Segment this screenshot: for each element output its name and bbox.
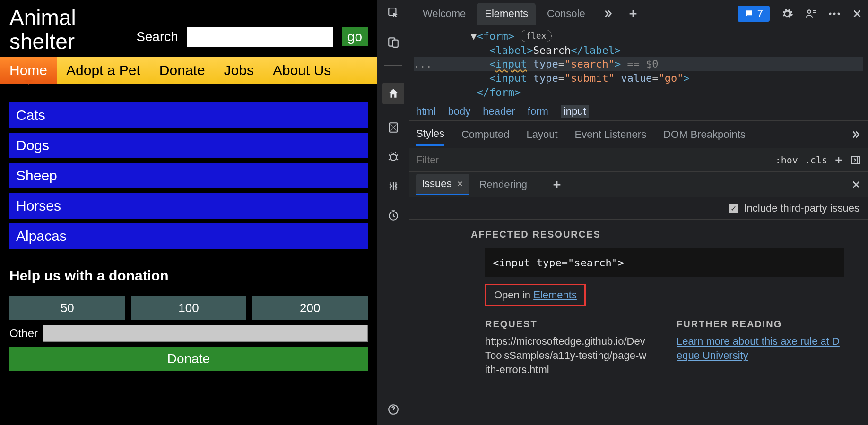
site-title: Animal shelter xyxy=(9,6,104,53)
request-column: REQUEST https://microsoftedge.github.io/… xyxy=(485,319,648,376)
close-icon[interactable] xyxy=(852,8,862,19)
settings-icon[interactable] xyxy=(781,8,793,20)
donation-section: Help us with a donation 50 100 200 Other… xyxy=(0,254,377,371)
styles-subtabs: Styles Computed Layout Event Listeners D… xyxy=(409,121,868,148)
drawer-tab-label: Issues xyxy=(422,178,452,190)
animal-list: Cats Dogs Sheep Horses Alpacas xyxy=(0,84,377,254)
affected-code-snippet[interactable]: <input type="search"> xyxy=(485,248,844,277)
close-tab-icon[interactable] xyxy=(457,180,463,187)
drawer-tab-issues[interactable]: Issues xyxy=(416,174,469,195)
nav-jobs[interactable]: Jobs xyxy=(215,57,263,84)
dom-breadcrumb: html body header form input xyxy=(409,102,868,121)
crumb-item[interactable]: body xyxy=(448,105,471,118)
nav-home[interactable]: Home xyxy=(0,57,57,84)
issues-count: 7 xyxy=(757,8,763,20)
flex-badge[interactable]: flex xyxy=(521,30,551,42)
performance-tool-icon[interactable] xyxy=(387,209,399,221)
other-amount-input[interactable] xyxy=(43,325,368,342)
third-party-label: Include third-party issues xyxy=(744,202,859,214)
amount-option[interactable]: 100 xyxy=(131,296,247,320)
list-item[interactable]: Dogs xyxy=(9,133,368,158)
devtools-main: Welcome Elements Console 7 xyxy=(409,0,868,425)
tab-console[interactable]: Console xyxy=(539,3,593,25)
drawer-tabs: Issues Rendering xyxy=(409,172,868,197)
open-in-elements-link[interactable]: Elements xyxy=(533,289,577,301)
crumb-item[interactable]: input xyxy=(561,105,589,118)
crumb-item[interactable]: header xyxy=(483,105,515,118)
drawer-tab-rendering[interactable]: Rendering xyxy=(474,175,533,195)
issues-counter[interactable]: 7 xyxy=(738,6,770,22)
crumb-item[interactable]: form xyxy=(528,105,548,118)
affected-resources-header: AFFECTED RESOURCES xyxy=(471,229,849,240)
network-tool-icon[interactable] xyxy=(387,180,399,192)
donate-button[interactable]: Donate xyxy=(9,347,368,371)
toolbar-right: 7 xyxy=(738,6,862,22)
third-party-toggle-row: ✓ Include third-party issues xyxy=(409,197,868,220)
list-item[interactable]: Horses xyxy=(9,193,368,219)
divider xyxy=(384,65,402,66)
list-item[interactable]: Cats xyxy=(9,102,368,128)
svg-rect-2 xyxy=(392,40,398,47)
close-drawer-icon[interactable] xyxy=(851,179,861,190)
other-amount-row: Other xyxy=(9,325,368,342)
amount-option[interactable]: 200 xyxy=(252,296,368,320)
devtools-activity-bar xyxy=(377,0,409,425)
chat-icon xyxy=(744,9,754,18)
list-item[interactable]: Alpacas xyxy=(9,223,368,249)
subtab-layout[interactable]: Layout xyxy=(526,124,557,145)
main-nav: Home Adopt a Pet Donate Jobs About Us xyxy=(0,57,377,84)
svg-point-8 xyxy=(829,12,832,15)
request-url[interactable]: https://microsoftedge.github.io/DevTools… xyxy=(485,334,648,376)
search-form: Search go xyxy=(136,27,368,47)
nav-about[interactable]: About Us xyxy=(263,57,340,84)
crumb-item[interactable]: html xyxy=(416,105,436,118)
dom-tree[interactable]: ▼<form> flex <label>Search</label> ... <… xyxy=(409,27,868,102)
help-icon[interactable] xyxy=(387,403,399,416)
list-item[interactable]: Sheep xyxy=(9,163,368,188)
site-header: Animal shelter Search go xyxy=(0,0,377,57)
styles-filter-input[interactable] xyxy=(416,154,769,166)
request-header: REQUEST xyxy=(485,319,648,330)
other-amount-label: Other xyxy=(9,327,38,340)
search-input[interactable] xyxy=(187,27,333,47)
subtab-dom-breakpoints[interactable]: DOM Breakpoints xyxy=(663,124,746,145)
devtools-tabs: Welcome Elements Console 7 xyxy=(409,0,868,27)
svg-point-10 xyxy=(838,12,840,15)
subtab-styles[interactable]: Styles xyxy=(416,123,444,146)
svg-point-9 xyxy=(833,12,836,15)
new-style-rule-icon[interactable] xyxy=(834,155,843,165)
nav-donate[interactable]: Donate xyxy=(150,57,215,84)
rendered-page: Animal shelter Search go Home Adopt a Pe… xyxy=(0,0,377,425)
nav-adopt[interactable]: Adopt a Pet xyxy=(57,57,150,84)
elements-tool-icon[interactable] xyxy=(382,83,404,104)
donation-amounts: 50 100 200 xyxy=(9,296,368,320)
inspect-element-icon[interactable] xyxy=(387,7,399,19)
tab-welcome[interactable]: Welcome xyxy=(415,3,473,25)
add-drawer-tab-icon[interactable] xyxy=(552,179,562,190)
feedback-icon[interactable] xyxy=(805,8,817,20)
toggle-cls[interactable]: .cls xyxy=(805,154,827,166)
search-submit-button[interactable]: go xyxy=(342,27,368,46)
donation-heading: Help us with a donation xyxy=(9,268,368,284)
amount-option[interactable]: 50 xyxy=(9,296,125,320)
add-tab-icon[interactable] xyxy=(627,8,639,20)
sources-tool-icon[interactable] xyxy=(387,121,399,134)
svg-point-4 xyxy=(390,154,396,161)
more-tabs-icon[interactable] xyxy=(601,8,614,20)
further-reading-header: FURTHER READING xyxy=(677,319,840,330)
search-label: Search xyxy=(136,29,178,44)
more-options-icon[interactable] xyxy=(828,11,841,16)
toggle-hov[interactable]: :hov xyxy=(775,154,798,166)
more-subtabs-icon[interactable] xyxy=(849,128,861,141)
subtab-event-listeners[interactable]: Event Listeners xyxy=(575,124,647,145)
computed-sidebar-toggle-icon[interactable] xyxy=(850,154,861,166)
styles-filter-row: :hov .cls xyxy=(409,148,868,172)
issues-panel-body: AFFECTED RESOURCES <input type="search">… xyxy=(409,220,868,425)
bug-icon[interactable] xyxy=(387,151,399,163)
further-reading-link[interactable]: Learn more about this axe rule at Deque … xyxy=(677,335,840,361)
subtab-computed[interactable]: Computed xyxy=(461,124,510,145)
further-reading-column: FURTHER READING Learn more about this ax… xyxy=(677,319,840,376)
tab-elements[interactable]: Elements xyxy=(477,3,536,25)
third-party-checkbox[interactable]: ✓ xyxy=(729,204,738,213)
device-toggle-icon[interactable] xyxy=(387,36,399,48)
